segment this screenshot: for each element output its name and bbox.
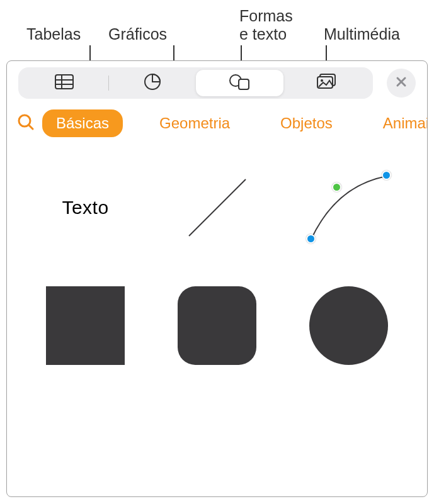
callout-charts-label: Gráficos xyxy=(108,26,167,43)
media-button[interactable] xyxy=(283,70,371,96)
charts-button[interactable] xyxy=(109,70,197,96)
shapes-text-button[interactable] xyxy=(196,70,283,96)
callout-shapes-label-line2: e texto xyxy=(239,26,287,43)
shape-curve[interactable] xyxy=(302,167,396,249)
tables-button[interactable] xyxy=(21,70,108,96)
close-icon xyxy=(395,76,408,91)
category-tab-objects[interactable]: Objetos xyxy=(266,109,346,137)
svg-line-14 xyxy=(189,179,246,236)
insert-panel: Básicas Geometria Objetos Animais Texto xyxy=(6,60,428,497)
category-tabs-row: Básicas Geometria Objetos Animais xyxy=(7,105,427,142)
media-icon xyxy=(316,73,338,93)
curve-handle-icon xyxy=(306,234,316,244)
callout-tables-label: Tabelas xyxy=(26,26,81,43)
shape-text-box[interactable]: Texto xyxy=(62,197,108,218)
category-tab-basic[interactable]: Básicas xyxy=(42,109,123,137)
pie-chart-icon xyxy=(143,72,162,94)
category-tab-geometry[interactable]: Geometria xyxy=(146,109,244,137)
insert-segmented-control xyxy=(18,67,373,99)
table-icon xyxy=(54,73,74,93)
curve-control-handle-icon xyxy=(332,182,341,192)
shape-square[interactable] xyxy=(46,286,125,365)
svg-point-9 xyxy=(321,79,323,82)
close-button[interactable] xyxy=(387,69,416,98)
svg-line-13 xyxy=(29,125,33,129)
shape-circle[interactable] xyxy=(309,286,388,365)
shape-line[interactable] xyxy=(180,170,255,245)
shapes-icon xyxy=(228,72,251,94)
shape-rounded-rectangle[interactable] xyxy=(178,286,256,365)
search-icon xyxy=(17,113,35,133)
shapes-grid: Texto xyxy=(7,142,427,390)
category-tab-animals[interactable]: Animais xyxy=(369,109,428,137)
svg-rect-6 xyxy=(239,79,249,89)
svg-rect-0 xyxy=(55,75,73,89)
search-button[interactable] xyxy=(17,113,35,133)
callout-shapes-label-line1: Formas xyxy=(239,8,293,25)
curve-handle-icon xyxy=(382,171,391,180)
insert-toolbar xyxy=(7,61,427,105)
callout-media-label: Multimédia xyxy=(324,26,400,43)
